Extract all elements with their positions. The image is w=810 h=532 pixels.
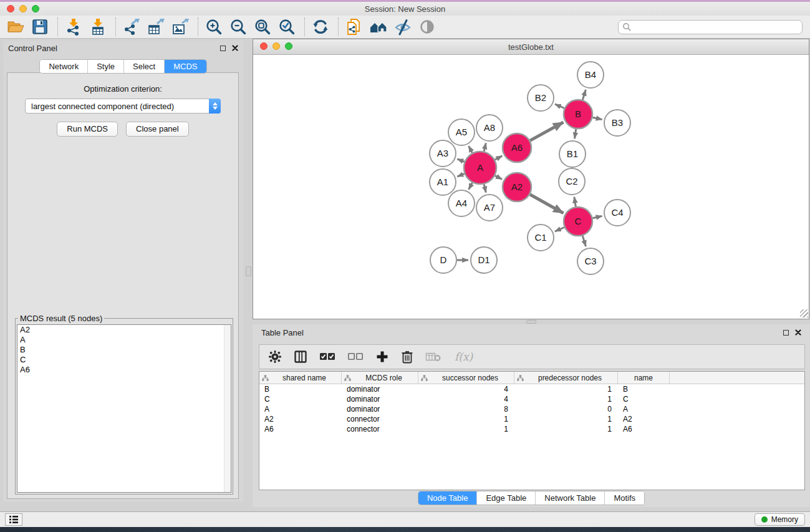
- table-row[interactable]: Cdominator41C: [259, 394, 804, 404]
- graph-edge-A-A6[interactable]: [495, 156, 503, 160]
- search-input[interactable]: [631, 22, 798, 31]
- table-cell[interactable]: 4: [418, 385, 514, 394]
- zoom-out-button[interactable]: [229, 17, 248, 36]
- network-close-button[interactable]: [260, 42, 268, 50]
- column-header-predecessor-nodes[interactable]: predecessor nodes: [514, 372, 618, 384]
- graph-edge-B-B1[interactable]: [575, 129, 576, 138]
- delete-column-button[interactable]: [401, 350, 413, 364]
- result-item[interactable]: A: [17, 335, 231, 345]
- save-session-button[interactable]: [31, 17, 49, 36]
- first-neighbors-button[interactable]: [369, 17, 388, 36]
- network-canvas[interactable]: AA1A2A3A4A5A6A7A8BB1B2B3B4CC1C2C3C4DD1: [253, 55, 809, 318]
- graph-edge-A-A3[interactable]: [457, 159, 465, 162]
- float-panel-icon[interactable]: [220, 46, 226, 51]
- import-network-button[interactable]: [64, 17, 83, 36]
- search-field[interactable]: [618, 20, 803, 34]
- horizontal-split-divider[interactable]: [253, 319, 810, 324]
- window-resize-grip[interactable]: [800, 309, 808, 317]
- export-network-button[interactable]: [122, 17, 141, 36]
- table-cell[interactable]: 1: [514, 385, 618, 394]
- close-panel-icon[interactable]: [795, 329, 801, 336]
- import-table-button[interactable]: [89, 17, 107, 36]
- mcds-result-list[interactable]: A2ABCA6: [17, 324, 231, 493]
- table-cell[interactable]: 1: [418, 415, 514, 423]
- graph-edge-A6-B[interactable]: [530, 122, 563, 140]
- node-table[interactable]: shared nameMCDS rolesuccessor nodesprede…: [259, 371, 805, 490]
- graph-edge-B-B3[interactable]: [592, 117, 602, 119]
- tab-style[interactable]: Style: [87, 60, 123, 73]
- network-zoom-button[interactable]: [285, 42, 292, 50]
- table-cell[interactable]: 1: [514, 415, 618, 423]
- table-cell[interactable]: 1: [514, 425, 618, 433]
- duplicate-network-button[interactable]: [345, 17, 364, 36]
- divider-grip[interactable]: [246, 266, 251, 276]
- table-cell[interactable]: B: [259, 385, 342, 394]
- table-cell[interactable]: connector: [342, 415, 418, 423]
- tab-select[interactable]: Select: [123, 60, 164, 73]
- table-settings-button[interactable]: [268, 350, 282, 364]
- close-panel-button[interactable]: Close panel: [126, 122, 189, 137]
- column-header-MCDS-role[interactable]: MCDS role: [342, 372, 418, 384]
- tab-node-table[interactable]: Node Table: [418, 491, 477, 505]
- criterion-select[interactable]: largest connected component (directed): [25, 99, 221, 114]
- tab-mcds[interactable]: MCDS: [164, 60, 206, 73]
- task-history-button[interactable]: [5, 513, 22, 526]
- memory-button[interactable]: Memory: [755, 513, 805, 526]
- result-item[interactable]: A2: [17, 325, 231, 335]
- table-row[interactable]: A6connector11A6: [259, 424, 804, 434]
- table-cell[interactable]: dominator: [342, 405, 418, 414]
- zoom-in-button[interactable]: [205, 17, 223, 36]
- minimize-window-button[interactable]: [19, 5, 27, 12]
- column-header-successor-nodes[interactable]: successor nodes: [418, 372, 514, 384]
- graph-edge-A-A4[interactable]: [469, 183, 473, 190]
- hide-selected-button[interactable]: [393, 17, 412, 36]
- table-cell[interactable]: 4: [418, 395, 514, 404]
- graph-edge-C-C4[interactable]: [592, 216, 602, 218]
- table-cell[interactable]: A6: [618, 425, 670, 433]
- graph-edge-A2-C[interactable]: [530, 195, 564, 213]
- graph-edge-B-B4[interactable]: [582, 90, 586, 100]
- table-cell[interactable]: 0: [514, 405, 618, 414]
- table-cell[interactable]: dominator: [342, 395, 418, 404]
- result-item[interactable]: C: [17, 355, 231, 365]
- table-row[interactable]: Adominator80A: [259, 404, 804, 414]
- column-chooser-button[interactable]: [294, 350, 307, 364]
- table-cell[interactable]: connector: [342, 425, 418, 433]
- table-cell[interactable]: 1: [418, 425, 514, 433]
- zoom-selected-button[interactable]: [277, 17, 296, 36]
- deselect-all-button[interactable]: [347, 352, 364, 362]
- open-session-button[interactable]: [6, 17, 25, 36]
- result-item[interactable]: A6: [17, 365, 231, 375]
- column-header-name[interactable]: name: [618, 372, 670, 384]
- table-cell[interactable]: A2: [259, 415, 342, 423]
- tab-edge-table[interactable]: Edge Table: [476, 491, 535, 505]
- zoom-window-button[interactable]: [32, 5, 39, 12]
- table-cell[interactable]: C: [259, 395, 342, 404]
- close-panel-icon[interactable]: [232, 45, 238, 51]
- table-cell[interactable]: A2: [618, 415, 670, 423]
- divider-grip[interactable]: [526, 320, 536, 324]
- table-cell[interactable]: C: [618, 395, 670, 404]
- run-mcds-button[interactable]: Run MCDS: [57, 122, 118, 137]
- graph-edge-A-A7[interactable]: [484, 184, 486, 192]
- close-window-button[interactable]: [7, 5, 14, 12]
- tab-network[interactable]: Network: [40, 60, 87, 73]
- tab-motifs[interactable]: Motifs: [604, 491, 644, 505]
- vertical-split-divider[interactable]: [244, 39, 253, 511]
- zoom-fit-button[interactable]: [253, 17, 272, 36]
- create-column-button[interactable]: [375, 350, 389, 364]
- result-item[interactable]: B: [17, 345, 231, 355]
- table-cell[interactable]: 8: [418, 405, 514, 414]
- table-row[interactable]: Bdominator41B: [259, 384, 804, 394]
- graph-edge-B-B2[interactable]: [555, 104, 564, 109]
- network-graph-svg[interactable]: AA1A2A3A4A5A6A7A8BB1B2B3B4CC1C2C3C4DD1: [253, 55, 809, 318]
- graph-edge-A-A8[interactable]: [484, 143, 486, 151]
- refresh-button[interactable]: [311, 17, 330, 36]
- select-all-button[interactable]: [319, 352, 335, 362]
- network-minimize-button[interactable]: [272, 42, 280, 50]
- graph-edge-A-A5[interactable]: [469, 146, 473, 153]
- graph-edge-A-A1[interactable]: [457, 174, 465, 177]
- graph-edge-C-C2[interactable]: [574, 197, 576, 207]
- tab-network-table[interactable]: Network Table: [535, 491, 604, 505]
- table-cell[interactable]: A: [259, 405, 342, 414]
